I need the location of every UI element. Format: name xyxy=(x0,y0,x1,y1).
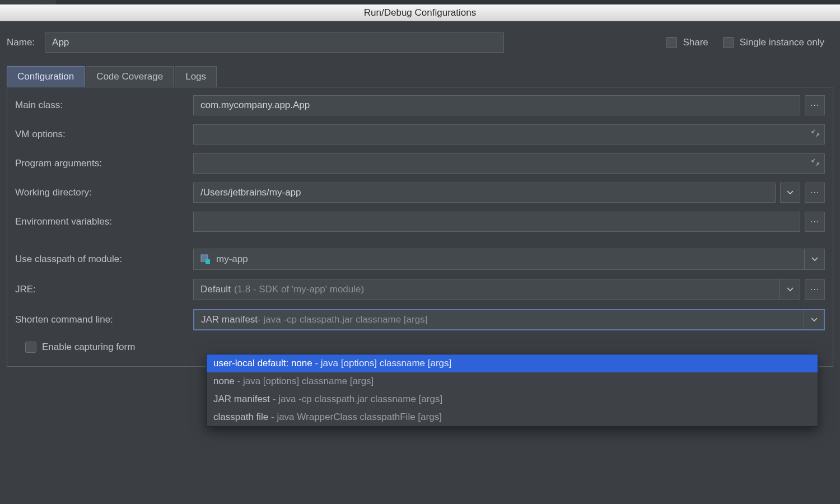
working-directory-browse-button[interactable]: ··· xyxy=(805,183,825,203)
enable-capturing-form-checkbox[interactable]: Enable capturing form xyxy=(25,342,135,353)
svg-rect-1 xyxy=(206,259,210,264)
environment-variables-input[interactable] xyxy=(193,212,800,232)
classpath-module-value: my-app xyxy=(216,254,248,265)
enable-capturing-form-label: Enable capturing form xyxy=(42,342,135,353)
name-input[interactable] xyxy=(45,32,504,53)
chevron-down-icon xyxy=(804,249,824,269)
environment-variables-browse-button[interactable]: ··· xyxy=(805,212,825,232)
ellipsis-icon: ··· xyxy=(810,216,819,227)
configuration-form: Name: Share Single instance only Configu… xyxy=(0,21,840,504)
shorten-option[interactable]: user-local default: none - java [options… xyxy=(207,354,818,372)
main-class-label: Main class: xyxy=(15,100,189,111)
program-arguments-label: Program arguments: xyxy=(15,158,189,169)
vm-options-input[interactable] xyxy=(193,124,825,144)
module-icon xyxy=(200,254,211,264)
ellipsis-icon: ··· xyxy=(810,187,819,198)
jre-label: JRE: xyxy=(15,284,189,295)
environment-variables-label: Environment variables: xyxy=(15,216,189,227)
jre-browse-button[interactable]: ··· xyxy=(805,279,825,300)
window-title-text: Run/Debug Configurations xyxy=(364,7,476,18)
checkbox-box-icon xyxy=(25,342,36,353)
vm-options-label: VM options: xyxy=(15,129,189,140)
jre-value: Default xyxy=(200,284,231,295)
shorten-command-line-dropdown: user-local default: none - java [options… xyxy=(206,354,818,427)
shorten-option-primary: JAR manifest xyxy=(213,394,270,404)
working-directory-input[interactable] xyxy=(193,183,776,203)
shorten-command-line-value: JAR manifest xyxy=(201,314,258,325)
shorten-command-line-label: Shorten command line: xyxy=(15,314,189,325)
shorten-option-primary: classpath file xyxy=(213,412,268,422)
shorten-option-detail: - java [options] classname [args] xyxy=(235,376,374,386)
shorten-option[interactable]: JAR manifest - java -cp classpath.jar cl… xyxy=(207,390,818,408)
shorten-option-detail: - java -cp classpath.jar classname [args… xyxy=(270,394,442,404)
shorten-command-line-combobox[interactable]: JAR manifest - java -cp classpath.jar cl… xyxy=(193,309,825,330)
classpath-module-label: Use classpath of module: xyxy=(15,254,189,265)
tab-strip: Configuration Code Coverage Logs xyxy=(7,66,833,87)
checkbox-box-icon xyxy=(723,37,734,48)
shorten-option-detail: - java [options] classname [args] xyxy=(312,358,452,368)
chevron-down-icon xyxy=(804,310,824,329)
chevron-down-icon xyxy=(787,190,794,195)
shorten-command-line-detail: - java -cp classpath.jar classname [args… xyxy=(258,314,427,325)
jre-combobox[interactable]: Default (1.8 - SDK of 'my-app' module) xyxy=(193,279,800,300)
chevron-down-icon xyxy=(780,279,800,300)
tab-configuration[interactable]: Configuration xyxy=(7,66,85,87)
classpath-module-combobox[interactable]: my-app xyxy=(193,249,825,270)
jre-hint: (1.8 - SDK of 'my-app' module) xyxy=(234,284,364,295)
checkbox-box-icon xyxy=(666,37,677,48)
working-directory-dropdown-button[interactable] xyxy=(780,183,800,203)
shorten-option-detail: - java WrapperClass classpathFile [args] xyxy=(268,412,442,422)
shorten-option[interactable]: none - java [options] classname [args] xyxy=(207,372,818,390)
ellipsis-icon: ··· xyxy=(810,100,819,111)
main-class-browse-button[interactable]: ··· xyxy=(805,95,825,115)
configuration-panel: Main class: ··· VM options: Program argu… xyxy=(7,87,833,367)
shorten-option[interactable]: classpath file - java WrapperClass class… xyxy=(207,408,818,426)
working-directory-label: Working directory: xyxy=(15,187,189,198)
shorten-option-primary: none xyxy=(213,376,235,386)
ellipsis-icon: ··· xyxy=(810,284,819,295)
shorten-option-primary: user-local default: none xyxy=(213,358,312,368)
share-checkbox-label: Share xyxy=(683,37,708,48)
single-instance-checkbox-label: Single instance only xyxy=(740,37,824,48)
tab-code-coverage[interactable]: Code Coverage xyxy=(86,66,174,87)
single-instance-checkbox[interactable]: Single instance only xyxy=(723,37,824,48)
share-checkbox[interactable]: Share xyxy=(666,37,708,48)
window-title: Run/Debug Configurations xyxy=(0,4,840,21)
program-arguments-input[interactable] xyxy=(193,153,825,174)
main-class-input[interactable] xyxy=(193,95,800,115)
name-label: Name: xyxy=(7,37,35,48)
tab-logs[interactable]: Logs xyxy=(175,66,217,87)
